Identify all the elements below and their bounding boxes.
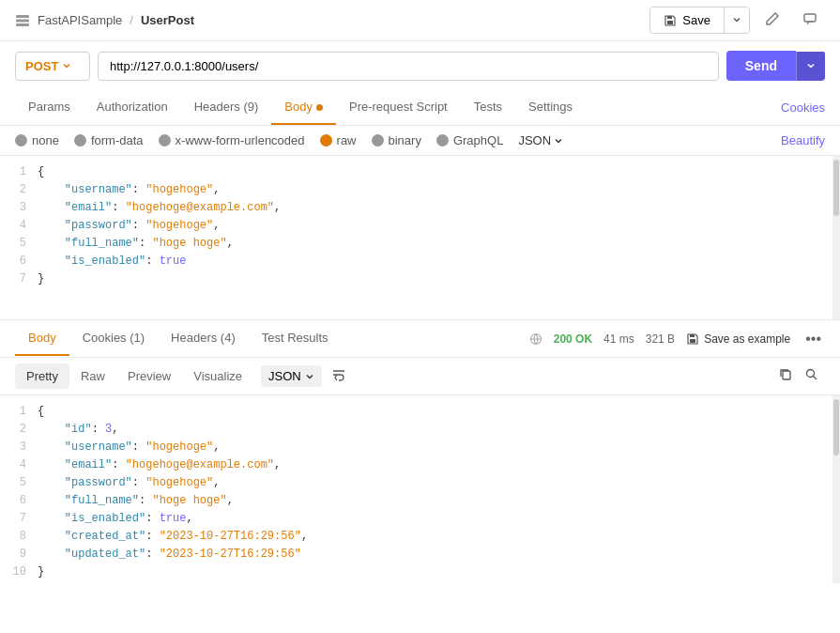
header: FastAPISample / UserPost Save (0, 0, 840, 41)
res-line-4: "email": "hogehoge@example.com", (34, 456, 832, 474)
tab-pre-request[interactable]: Pre-request Script (336, 90, 461, 125)
tab-headers[interactable]: Headers (9) (181, 90, 272, 125)
request-line-numbers: 1234567 (0, 156, 34, 319)
res-line-5: "password": "hogehoge", (34, 474, 832, 492)
format-preview[interactable]: Preview (116, 363, 182, 389)
res-line-3: "username": "hogehoge", (34, 439, 832, 456)
response-format-bar: Pretty Raw Preview Visualize JSON (0, 358, 840, 395)
radio-graphql[interactable] (436, 134, 449, 147)
cookies-link[interactable]: Cookies (781, 100, 825, 115)
send-button[interactable]: Send (726, 51, 796, 81)
wrap-icon (331, 367, 346, 382)
globe-icon (529, 332, 542, 346)
svg-rect-4 (667, 16, 672, 19)
res-line-2: "id": 3, (34, 421, 832, 439)
svg-rect-0 (16, 15, 29, 18)
tab-settings[interactable]: Settings (515, 90, 586, 125)
res-line-7: "is_enabled": true, (34, 510, 832, 528)
res-tab-body[interactable]: Body (15, 321, 69, 356)
option-none[interactable]: none (15, 133, 59, 147)
request-scrollbar-thumb[interactable] (833, 160, 839, 216)
svg-rect-5 (804, 14, 816, 22)
save-example-button[interactable]: Save as example (686, 332, 790, 346)
res-tab-headers[interactable]: Headers (4) (158, 321, 249, 356)
format-visualize[interactable]: Visualize (182, 363, 253, 389)
response-body-editor: 12345678910 { "id": 3, "username": "hoge… (0, 395, 840, 583)
svg-point-10 (807, 370, 815, 378)
response-scrollbar[interactable] (832, 395, 840, 583)
request-body-editor: 1234567 { "username": "hogehoge", "email… (0, 156, 840, 320)
req-line-7: } (34, 270, 832, 288)
collection-name[interactable]: FastAPISample (38, 13, 122, 27)
save-button-group: Save (649, 7, 750, 34)
header-actions: Save (649, 6, 825, 35)
method-selector[interactable]: POST (15, 52, 90, 81)
response-tabs: Body Cookies (1) Headers (4) Test Result… (0, 320, 840, 358)
body-type-options: none form-data x-www-form-urlencoded raw… (0, 126, 840, 156)
collection-icon (15, 13, 30, 28)
copy-button[interactable] (772, 363, 799, 389)
url-bar: POST Send (0, 41, 840, 90)
send-dropdown-button[interactable] (796, 52, 825, 81)
request-tabs: Params Authorization Headers (9) Body Pr… (0, 90, 840, 126)
option-urlencoded[interactable]: x-www-form-urlencoded (159, 133, 305, 147)
tab-body[interactable]: Body (271, 90, 336, 125)
tab-tests[interactable]: Tests (461, 90, 515, 125)
req-line-6: "is_enabled": true (34, 253, 832, 270)
res-tab-test-results[interactable]: Test Results (249, 321, 342, 356)
copy-icon (778, 367, 793, 382)
request-name: UserPost (141, 13, 194, 27)
response-status: 200 OK 41 ms 321 B Save as example ••• (529, 331, 825, 347)
option-binary[interactable]: binary (372, 133, 421, 147)
breadcrumb: FastAPISample / UserPost (15, 13, 194, 28)
save-dropdown-button[interactable] (724, 8, 749, 33)
svg-rect-3 (667, 21, 673, 24)
tab-params[interactable]: Params (15, 90, 84, 125)
edit-icon-button[interactable] (757, 6, 787, 35)
res-line-6: "full_name": "hoge hoge", (34, 492, 832, 510)
save-icon (686, 332, 699, 346)
res-line-10: } (34, 564, 832, 581)
option-raw[interactable]: raw (320, 133, 357, 147)
res-tab-cookies[interactable]: Cookies (1) (69, 321, 158, 356)
save-label: Save (682, 13, 710, 27)
res-line-1: { (34, 403, 832, 421)
radio-none[interactable] (15, 134, 27, 147)
method-label: POST (25, 59, 58, 73)
tab-authorization[interactable]: Authorization (84, 90, 181, 125)
req-line-3: "email": "hogehoge@example.com", (34, 199, 832, 217)
response-status-code: 200 OK (554, 332, 592, 346)
response-json-selector[interactable]: JSON (261, 365, 322, 387)
json-type-selector[interactable]: JSON (518, 133, 563, 147)
svg-rect-2 (16, 23, 29, 26)
comment-icon-button[interactable] (795, 6, 825, 35)
request-body-content[interactable]: { "username": "hogehoge", "email": "hoge… (34, 156, 832, 319)
radio-urlencoded[interactable] (159, 134, 171, 147)
radio-binary[interactable] (372, 134, 384, 147)
save-button[interactable]: Save (650, 8, 724, 33)
format-raw[interactable]: Raw (69, 363, 116, 389)
response-time: 41 ms (603, 332, 634, 346)
option-form-data[interactable]: form-data (74, 133, 144, 147)
format-pretty[interactable]: Pretty (15, 363, 69, 389)
more-options-button[interactable]: ••• (802, 331, 825, 347)
beautify-button[interactable]: Beautify (781, 133, 825, 147)
response-body-content[interactable]: { "id": 3, "username": "hogehoge", "emai… (34, 395, 832, 583)
search-icon (804, 367, 819, 382)
option-graphql[interactable]: GraphQL (436, 133, 503, 147)
radio-form-data[interactable] (74, 134, 86, 147)
send-button-group: Send (726, 51, 825, 81)
req-line-2: "username": "hogehoge", (34, 181, 832, 199)
request-scrollbar[interactable] (832, 156, 840, 319)
res-line-8: "created_at": "2023-10-27T16:29:56", (34, 528, 832, 546)
response-line-numbers: 12345678910 (0, 395, 34, 583)
radio-raw[interactable] (320, 134, 332, 147)
wrap-button[interactable] (326, 363, 352, 389)
res-line-9: "updated_at": "2023-10-27T16:29:56" (34, 546, 832, 564)
response-scrollbar-thumb[interactable] (833, 399, 839, 455)
search-button[interactable] (799, 363, 825, 389)
svg-rect-9 (783, 371, 790, 379)
response-size: 321 B (646, 332, 675, 346)
url-input[interactable] (98, 52, 719, 81)
svg-rect-1 (16, 19, 29, 22)
